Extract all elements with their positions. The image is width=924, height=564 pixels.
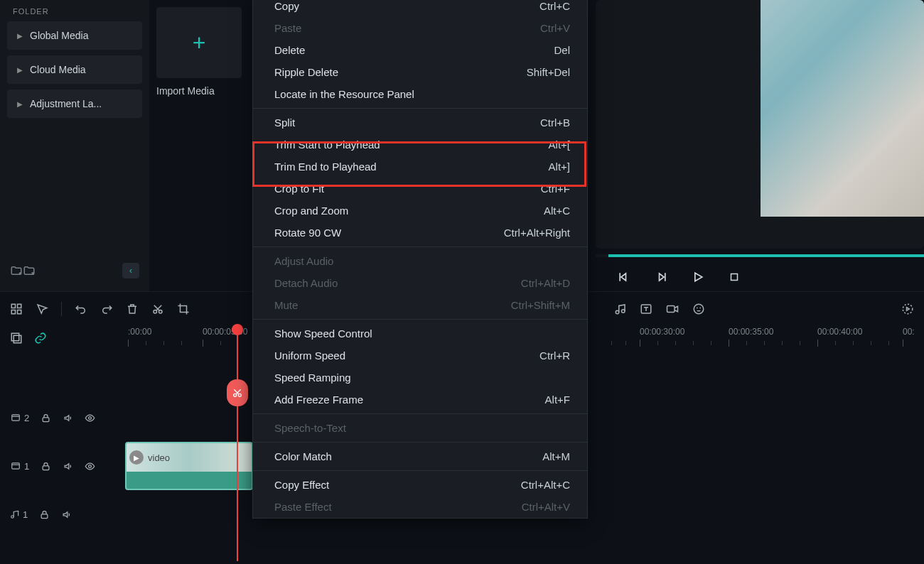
sidebar-item-adjustment-layer[interactable]: ▶ Adjustment La... [7,90,142,118]
svg-point-21 [11,516,14,519]
menu-item-speech-to-text: Speech-to-Text [253,417,587,439]
track-label: 2 [10,413,29,423]
record-tool-icon[interactable] [665,303,679,315]
svg-rect-14 [14,335,21,343]
preview-progress-fill [608,254,925,257]
sidebar-item-cloud-media[interactable]: ▶ Cloud Media [7,55,142,84]
ruler-minor-tick [675,341,676,345]
ruler-tick: :00:00 [128,327,151,337]
menu-item-trim-start-to-playhead[interactable]: Trim Start to PlayheadAlt+[ [253,134,587,156]
render-button[interactable] [901,303,914,315]
track-lock-icon[interactable] [41,461,51,472]
track-mute-icon[interactable] [63,413,73,423]
delete-folder-icon[interactable] [23,264,36,277]
delete-button[interactable] [126,303,139,315]
menu-item-copy-effect[interactable]: Copy EffectCtrl+Alt+C [253,474,587,496]
context-menu: CopyCtrl+CPasteCtrl+VDeleteDelRipple Del… [252,0,588,519]
cursor-tool-icon[interactable] [36,303,48,315]
grid-view-icon[interactable] [10,303,23,315]
svg-point-20 [89,465,92,467]
ruler-minor-tick [657,341,658,345]
svg-point-11 [694,304,704,314]
link-toggle-icon[interactable] [34,332,47,345]
menu-separator [253,470,587,471]
track-mute-icon[interactable] [63,461,73,472]
track-visibility-icon[interactable] [85,413,95,423]
menu-item-ripple-delete[interactable]: Ripple DeleteShift+Del [253,61,587,83]
ruler-minor-tick [220,341,221,345]
menu-item-uniform-speed[interactable]: Uniform SpeedCtrl+R [253,345,587,367]
playhead[interactable] [237,327,238,561]
chevron-right-icon: ▶ [17,100,23,108]
track-lock-icon[interactable] [41,413,51,423]
preview-panel [581,0,925,291]
split-tool-icon[interactable] [151,303,164,315]
track-mute-icon[interactable] [61,509,72,520]
video-clip[interactable]: ▶ video [125,442,253,490]
track-visibility-icon[interactable] [85,461,95,472]
import-media-button[interactable]: + [156,7,242,78]
undo-button[interactable] [75,303,87,315]
track-lock-icon[interactable] [39,509,50,520]
ruler-minor-tick [764,341,765,345]
svg-rect-16 [43,417,49,421]
menu-item-copy[interactable]: CopyCtrl+C [253,0,587,17]
menu-separator [253,319,587,320]
text-tool-icon[interactable] [640,303,652,315]
collapse-sidebar-button[interactable]: ‹ [122,263,139,278]
ruler-minor-tick [693,341,694,345]
preview-canvas[interactable] [596,0,925,249]
preview-progress[interactable] [596,254,925,257]
sidebar: FOLDER ▶ Global Media ▶ Cloud Media ▶ Ad… [0,0,149,291]
menu-item-rotate-90-cw[interactable]: Rotate 90 CWCtrl+Alt+Right [253,222,587,244]
crop-tool-icon[interactable] [177,303,190,315]
ruler-minor-tick [746,341,747,345]
prev-frame-button[interactable] [617,270,631,284]
ruler-minor-tick [871,341,871,345]
menu-item-adjust-audio: Adjust Audio [253,250,587,272]
clip-name: video [148,452,170,463]
svg-point-17 [89,416,92,419]
svg-rect-15 [12,415,20,421]
ruler-minor-tick [800,341,800,345]
chevron-right-icon: ▶ [17,32,23,40]
svg-rect-2 [18,304,21,308]
menu-item-split[interactable]: SplitCtrl+B [253,112,587,134]
ruler-tick: 00: [903,327,915,337]
menu-separator [253,413,587,414]
redo-button[interactable] [100,303,113,315]
add-track-icon[interactable] [10,332,23,345]
playhead-split-handle[interactable] [227,379,248,406]
ruler-minor-tick [853,341,854,345]
sidebar-item-global-media[interactable]: ▶ Global Media [7,21,142,50]
menu-item-show-speed-control[interactable]: Show Speed Control [253,322,587,345]
play-button[interactable] [691,270,705,284]
menu-item-color-match[interactable]: Color MatchAlt+M [253,445,587,467]
menu-item-locate-in-the-resource-panel[interactable]: Locate in the Resource Panel [253,83,587,105]
ruler-minor-tick [835,341,836,345]
menu-item-trim-end-to-playhead[interactable]: Trim End to PlayheadAlt+] [253,156,587,178]
new-folder-icon[interactable] [10,264,23,277]
next-frame-button[interactable] [654,270,668,284]
menu-item-mute: MuteCtrl+Shift+M [253,294,587,316]
svg-rect-18 [12,463,20,469]
ruler-minor-tick [181,341,182,345]
menu-item-add-freeze-frame[interactable]: Add Freeze FrameAlt+F [253,389,587,411]
menu-item-delete[interactable]: DeleteDel [253,39,587,61]
audio-tool-icon[interactable] [614,303,627,315]
menu-item-crop-to-fit[interactable]: Crop to FitCtrl+F [253,178,587,200]
effects-tool-icon[interactable] [692,303,705,315]
ruler-minor-tick [625,341,626,345]
ruler-minor-tick [711,341,711,345]
ruler-minor-tick [146,341,146,345]
ruler-tick: 00:00:30:00 [640,327,684,337]
stop-button[interactable] [728,271,741,283]
svg-rect-4 [18,310,21,313]
svg-rect-0 [731,274,737,281]
menu-separator [253,246,587,247]
sidebar-item-label: Adjustment La... [30,98,102,109]
menu-item-crop-and-zoom[interactable]: Crop and ZoomAlt+C [253,200,587,222]
menu-item-speed-ramping[interactable]: Speed Ramping [253,367,587,389]
media-panel: + Import Media [149,0,252,291]
preview-frame [761,0,924,217]
